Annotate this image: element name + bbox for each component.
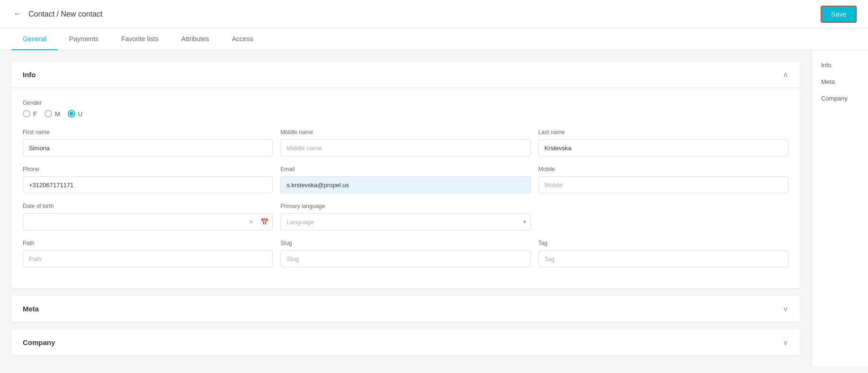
gender-radio-group: F M U — [23, 110, 788, 118]
side-nav-company[interactable]: Company — [812, 91, 868, 106]
language-label: Primary language — [280, 203, 530, 209]
name-row: First name Middle name Last name — [23, 129, 788, 156]
gender-u-label: U — [78, 110, 82, 118]
meta-chevron-icon: ∨ — [783, 304, 788, 313]
language-field: Primary language Language — [280, 203, 530, 230]
contact-row: Phone Email Mobile — [23, 166, 788, 193]
mobile-label: Mobile — [538, 166, 788, 173]
tab-general[interactable]: General — [11, 28, 58, 50]
info-chevron-icon: ∧ — [783, 70, 788, 79]
calendar-icon: 📅 — [260, 218, 268, 226]
mobile-input[interactable] — [538, 176, 788, 193]
gender-m-option[interactable]: M — [45, 110, 60, 118]
phone-label: Phone — [23, 166, 273, 173]
slug-field: Slug — [280, 240, 530, 267]
slug-label: Slug — [280, 240, 530, 246]
email-label: Email — [280, 166, 530, 173]
info-section-title: Info — [23, 71, 36, 79]
gender-f-option[interactable]: F — [23, 110, 37, 118]
slug-input[interactable] — [280, 250, 530, 267]
middle-name-input[interactable] — [280, 139, 530, 156]
company-chevron-icon: ∨ — [783, 338, 788, 347]
gender-m-radio — [45, 110, 52, 118]
language-select-wrapper: Language — [280, 213, 530, 230]
language-select[interactable]: Language — [280, 213, 530, 230]
back-button[interactable]: ← — [11, 7, 24, 21]
last-name-field: Last name — [538, 129, 788, 156]
save-button[interactable]: Save — [821, 6, 857, 23]
gender-group: Gender F M U — [23, 100, 788, 118]
dob-field: Date of birth × 📅 — [23, 203, 273, 230]
last-name-label: Last name — [538, 129, 788, 136]
meta-section-title: Meta — [23, 305, 39, 313]
side-nav-meta[interactable]: Meta — [812, 74, 868, 89]
middle-name-label: Middle name — [280, 129, 530, 136]
first-name-input[interactable] — [23, 139, 273, 156]
header-left: ← Contact / New contact — [11, 7, 103, 21]
gender-label: Gender — [23, 100, 788, 106]
side-nav: Info Meta Company — [811, 50, 868, 366]
dob-wrapper: × 📅 — [23, 213, 273, 230]
tag-label: Tag — [538, 240, 788, 246]
back-icon: ← — [13, 9, 22, 19]
info-section-body: Gender F M U — [11, 88, 800, 288]
phone-field: Phone — [23, 166, 273, 193]
tag-field: Tag — [538, 240, 788, 267]
tab-attributes[interactable]: Attributes — [170, 28, 221, 50]
meta-section-header[interactable]: Meta ∨ — [11, 296, 800, 322]
main-container: Info ∧ Gender F M — [0, 50, 868, 366]
gender-f-label: F — [33, 110, 37, 118]
dob-language-row: Date of birth × 📅 Primary langua — [23, 203, 788, 230]
tabs: General Payments Favorite lists Attribut… — [0, 28, 868, 50]
dob-clear-button[interactable]: × — [245, 216, 257, 227]
tab-favorite-lists[interactable]: Favorite lists — [110, 28, 170, 50]
phone-input[interactable] — [23, 176, 273, 193]
mobile-field: Mobile — [538, 166, 788, 193]
tab-payments[interactable]: Payments — [58, 28, 110, 50]
tab-access[interactable]: Access — [221, 28, 265, 50]
path-field: Path — [23, 240, 273, 267]
gender-u-option[interactable]: U — [68, 110, 82, 118]
dob-input[interactable] — [23, 215, 245, 229]
first-name-field: First name — [23, 129, 273, 156]
gender-m-label: M — [55, 110, 60, 118]
email-field: Email — [280, 166, 530, 193]
company-section: Company ∨ — [11, 329, 800, 355]
header: ← Contact / New contact Save — [0, 0, 868, 28]
gender-f-radio — [23, 110, 30, 118]
info-section: Info ∧ Gender F M — [11, 62, 800, 288]
path-input[interactable] — [23, 250, 273, 267]
email-input[interactable] — [280, 176, 530, 193]
path-label: Path — [23, 240, 273, 246]
company-section-title: Company — [23, 338, 55, 346]
meta-section: Meta ∨ — [11, 296, 800, 322]
side-nav-info[interactable]: Info — [812, 58, 868, 73]
gender-u-radio — [68, 110, 75, 118]
last-name-input[interactable] — [538, 139, 788, 156]
dob-calendar-button[interactable]: 📅 — [257, 216, 272, 227]
breadcrumb: Contact / New contact — [28, 10, 103, 18]
middle-name-field: Middle name — [280, 129, 530, 156]
tag-input[interactable] — [538, 250, 788, 267]
company-section-header[interactable]: Company ∨ — [11, 329, 800, 355]
clear-icon: × — [249, 218, 253, 226]
first-name-label: First name — [23, 129, 273, 136]
dob-label: Date of birth — [23, 203, 273, 209]
info-section-header[interactable]: Info ∧ — [11, 62, 800, 88]
content-area: Info ∧ Gender F M — [0, 50, 811, 366]
path-slug-tag-row: Path Slug Tag — [23, 240, 788, 267]
